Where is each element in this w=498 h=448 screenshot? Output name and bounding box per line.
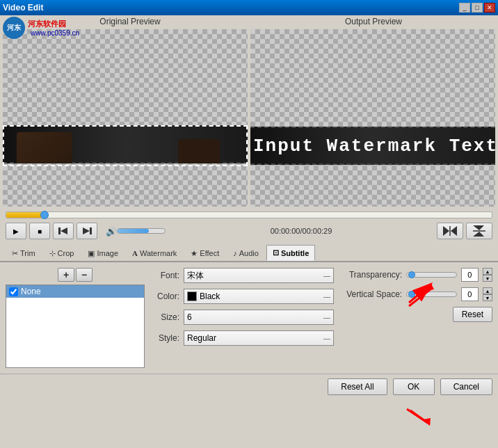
crop-label: Crop [58, 249, 74, 257]
vertical-space-down[interactable]: ▼ [483, 294, 492, 301]
ok-button[interactable]: OK [393, 378, 435, 395]
flip-vertical-button[interactable] [466, 223, 492, 239]
flip-h-icon [442, 225, 458, 237]
next-frame-button[interactable] [77, 223, 97, 239]
video-strip-left [3, 125, 248, 163]
tab-image[interactable]: ▣ Image [81, 246, 124, 261]
tab-watermark[interactable]: A Watermark [126, 246, 183, 260]
subtitle-panel: + − None Font: 宋体 — Color: Black [0, 262, 498, 374]
output-preview-label: Output Preview [255, 17, 492, 26]
timeline-knob[interactable] [40, 211, 49, 219]
font-row: Font: 宋体 — [150, 268, 334, 283]
subtitle-form: Font: 宋体 — Color: Black — Size: 6 — [150, 268, 334, 368]
timeline-progress [6, 212, 45, 218]
next-icon [82, 227, 92, 235]
watermark-display-text: Input Watermark Text [253, 136, 495, 157]
subtitle-item-label: None [21, 287, 41, 296]
flip-horizontal-button[interactable] [437, 223, 463, 239]
prev-frame-button[interactable] [53, 223, 74, 239]
vertical-space-spinner: ▲ ▼ [483, 287, 492, 301]
window-controls: _ □ ✕ [459, 3, 495, 13]
tab-crop[interactable]: ⊹ Crop [43, 246, 81, 261]
bottom-buttons: Reset All OK Cancel [0, 374, 498, 399]
color-label: Color: [150, 291, 179, 301]
volume-slider[interactable] [117, 228, 166, 234]
svg-marker-3 [83, 227, 90, 234]
style-value: Regular [187, 333, 216, 343]
stop-button[interactable]: ■ [29, 223, 50, 239]
subtitle-list-panel: + − None [6, 268, 145, 368]
flip-v-icon [472, 225, 487, 237]
style-row: Style: Regular — [150, 330, 334, 346]
volume-control: 🔊 [106, 226, 166, 237]
reset-all-button[interactable]: Reset All [328, 378, 387, 395]
volume-icon: 🔊 [106, 226, 117, 237]
transparency-value: 0 [461, 268, 479, 282]
tab-audio[interactable]: ♪ Audio [227, 246, 265, 260]
svg-marker-7 [473, 225, 484, 230]
subtitle-checkbox[interactable] [9, 287, 18, 296]
output-preview-panel: Input Watermark Text [250, 29, 495, 207]
controls-bar: ▶ ■ 🔊 00:00:00/00:00:29 [0, 220, 498, 242]
audio-icon: ♪ [233, 249, 237, 257]
size-value: 6 [187, 312, 192, 322]
reset-button[interactable]: Reset [453, 307, 492, 322]
font-label: Font: [150, 271, 179, 280]
add-subtitle-button[interactable]: + [58, 268, 74, 282]
timeline-track[interactable] [6, 211, 492, 218]
vertical-space-label: Vertical Space: [339, 289, 402, 299]
color-swatch [187, 291, 197, 301]
style-label: Style: [150, 333, 179, 343]
effect-icon: ★ [191, 249, 198, 258]
svg-marker-14 [423, 418, 431, 426]
tab-effect[interactable]: ★ Effect [184, 246, 225, 261]
subtitle-list[interactable]: None [6, 285, 145, 368]
maximize-button[interactable]: □ [472, 3, 483, 13]
watermark-icon: A [132, 249, 138, 257]
cancel-button[interactable]: Cancel [440, 378, 492, 395]
right-settings: Transparency: 0 ▲ ▼ Vertical Space: 0 ▲ … [339, 268, 492, 368]
minimize-button[interactable]: _ [459, 3, 470, 13]
tab-trim[interactable]: ✂ Trim [6, 246, 42, 261]
color-select-arrow: — [323, 293, 330, 301]
close-button[interactable]: ✕ [484, 3, 495, 13]
svg-marker-4 [443, 226, 449, 236]
svg-marker-9 [473, 232, 484, 237]
size-row: Size: 6 — [150, 310, 334, 325]
tab-subtitle[interactable]: ⊡ Subtitle [266, 245, 315, 261]
style-select-arrow: — [323, 335, 330, 342]
transparency-label: Transparency: [339, 270, 402, 280]
image-icon: ▣ [88, 249, 95, 258]
watermark-text-overlay: Input Watermark Text [250, 127, 495, 165]
remove-subtitle-button[interactable]: − [76, 268, 93, 282]
crop-icon: ⊹ [49, 249, 56, 258]
play-button[interactable]: ▶ [6, 223, 26, 239]
effect-label: Effect [200, 249, 219, 257]
vertical-space-up[interactable]: ▲ [483, 287, 492, 294]
size-select[interactable]: 6 — [184, 310, 334, 325]
trim-label: Trim [20, 249, 35, 257]
stop-icon: ■ [38, 227, 42, 235]
audio-label: Audio [239, 249, 259, 257]
prev-icon [58, 227, 68, 235]
transparency-slider[interactable] [406, 272, 456, 278]
color-select[interactable]: Black — [184, 289, 334, 304]
svg-rect-2 [90, 227, 92, 234]
svg-marker-1 [61, 227, 67, 234]
transparency-up[interactable]: ▲ [483, 268, 492, 275]
original-preview-panel [3, 29, 248, 207]
transparency-spinner: ▲ ▼ [483, 268, 492, 282]
vertical-space-row: Vertical Space: 0 ▲ ▼ [339, 287, 492, 301]
transparency-row: Transparency: 0 ▲ ▼ [339, 268, 492, 282]
list-controls: + − [6, 268, 145, 282]
size-select-arrow: — [323, 314, 330, 321]
window-title: Video Edit [3, 3, 43, 13]
font-select[interactable]: 宋体 — [184, 268, 334, 283]
subtitle-list-item[interactable]: None [6, 285, 144, 298]
vertical-space-slider[interactable] [406, 291, 456, 297]
transparency-down[interactable]: ▼ [483, 275, 492, 282]
trim-icon: ✂ [12, 249, 18, 258]
style-select[interactable]: Regular — [184, 330, 334, 346]
vertical-space-value: 0 [461, 287, 479, 301]
play-icon: ▶ [13, 227, 19, 235]
